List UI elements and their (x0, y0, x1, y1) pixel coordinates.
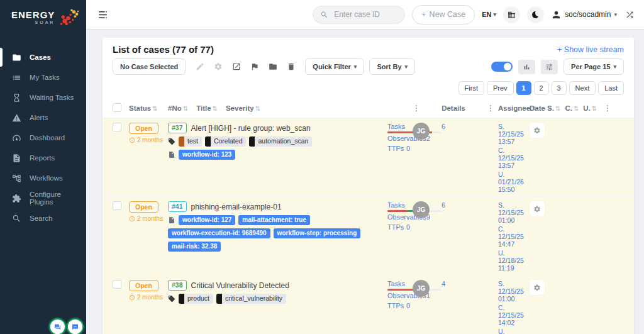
sidebar-item-cases[interactable]: Cases (0, 47, 86, 67)
page-button-first[interactable]: First (458, 81, 484, 95)
theme-toggle-button[interactable] (527, 6, 544, 23)
assignee-avatar[interactable]: JG (413, 201, 430, 218)
row-settings-button[interactable] (530, 123, 545, 138)
ttps-count: 0 (406, 145, 410, 152)
header-title[interactable]: Title⇅ (196, 104, 218, 112)
close-case-button[interactable] (264, 58, 282, 75)
plus-icon: + (421, 10, 426, 19)
row-settings-button[interactable] (530, 280, 545, 295)
ai-assistant-button[interactable] (67, 318, 84, 334)
new-case-button[interactable]: +New Case (412, 5, 475, 25)
show-live-stream-link[interactable]: + Show live stream (557, 45, 624, 54)
filters-button[interactable] (541, 60, 558, 74)
column-menu-icon[interactable]: ⋮ (487, 104, 494, 112)
case-title[interactable]: Alert [HIGH] - rule group: web_scan (191, 124, 311, 133)
custom-fields-line: workflow-id: 123 (168, 150, 387, 160)
case-date: S. 12/15/25 01:00 (498, 280, 530, 303)
page-button-1[interactable]: 1 (516, 81, 531, 95)
clock-icon (129, 294, 135, 301)
sliders-icon (545, 63, 553, 71)
assignee-avatar[interactable]: JG (413, 280, 430, 297)
case-number-badge[interactable]: #41 (168, 201, 187, 212)
ttps-link[interactable]: TTPs (387, 145, 404, 152)
stats-button[interactable] (518, 60, 535, 74)
gauge-icon (12, 133, 21, 143)
case-title[interactable]: Critical Vulnerability Detected (191, 281, 289, 290)
table-body: Open 2 months #37 Alert [HIGH] - rule gr… (113, 118, 624, 334)
delete-case-button[interactable] (282, 58, 300, 75)
quick-filter-button[interactable]: Quick Filter▾ (305, 58, 364, 75)
user-menu[interactable]: soc/socadmin ▾ (551, 9, 617, 20)
chevron-down-icon: ▾ (494, 11, 497, 18)
page-button-last[interactable]: Last (598, 81, 624, 95)
sidebar-item-workflows[interactable]: Workflows (0, 168, 86, 188)
table-row[interactable]: Open 2 months #38 Critical Vulnerability… (103, 276, 634, 334)
table-row[interactable]: Open 2 months #37 Alert [HIGH] - rule gr… (103, 118, 634, 197)
sidebar-item-dashboard[interactable]: Dashboard (0, 128, 86, 148)
chat-button[interactable] (49, 318, 66, 334)
case-date: S. 12/15/25 13:57 (498, 123, 530, 145)
sidebar-item-search[interactable]: Search (0, 208, 86, 228)
flag-case-button[interactable] (245, 58, 264, 75)
sidebar-item-configure-plugins[interactable]: Configure Plugins (0, 188, 86, 208)
sidebar-item-label: Reports (30, 154, 55, 162)
row-checkbox[interactable] (113, 280, 121, 289)
per-page-button[interactable]: Per Page 15▾ (564, 58, 624, 75)
sort-by-button[interactable]: Sort By▾ (369, 58, 415, 75)
column-menu-icon[interactable]: ⋮ (413, 104, 420, 112)
ttps-link[interactable]: TTPs (387, 302, 404, 309)
edit-case-button[interactable] (191, 58, 209, 75)
page-button-2[interactable]: 2 (534, 81, 549, 95)
header-severity[interactable]: Severity⇅ (226, 104, 260, 112)
table-row[interactable]: Open 2 months #41 phishing-email-example… (103, 197, 634, 276)
trash-icon (287, 62, 296, 71)
case-number-badge[interactable]: #38 (168, 280, 187, 291)
case-age: 2 months (129, 215, 163, 222)
page-button-prev[interactable]: Prev (487, 81, 514, 95)
header-number[interactable]: #No⇅ (168, 104, 188, 112)
row-checkbox[interactable] (113, 123, 121, 131)
header-date-created[interactable]: C.⇅ (565, 104, 579, 112)
header-assignee[interactable]: Assignee⇅ (498, 104, 530, 112)
case-number-badge[interactable]: #37 (168, 123, 187, 133)
no-case-selected-button[interactable]: No Case Selected (113, 58, 186, 75)
moon-icon (531, 11, 540, 19)
tag-pill: critical_vulnerability (216, 294, 286, 304)
case-search-input[interactable] (333, 9, 397, 19)
view-toggle[interactable] (491, 62, 513, 72)
pagination: FirstPrev123NextLast (113, 81, 624, 95)
status-badge: Open (129, 123, 158, 134)
row-checkbox[interactable] (113, 201, 121, 210)
folder-icon (12, 53, 21, 62)
custom-fields-line: workflow-id: 127mail-attachment: truewor… (168, 215, 387, 252)
select-all-checkbox[interactable] (113, 103, 121, 112)
column-menu-icon[interactable]: ⋮ (604, 104, 611, 113)
sidebar-item-waiting-tasks[interactable]: Waiting Tasks (0, 87, 86, 108)
case-title[interactable]: phishing-email-example-01 (191, 203, 282, 211)
custom-field-badge: mail-risk: 32.38 (168, 242, 221, 252)
organization-button[interactable] (503, 6, 520, 23)
status-badge: Open (129, 280, 158, 291)
assistant-bubble-icon (72, 323, 79, 331)
language-selector[interactable]: EN▾ (482, 11, 496, 18)
export-case-button[interactable] (227, 58, 245, 75)
case-dates: S. 12/15/25 01:00C. 12/15/25 14:47U. 12/… (498, 201, 530, 272)
ttps-link[interactable]: TTPs (387, 223, 404, 231)
sidebar-item-reports[interactable]: Reports (0, 148, 86, 168)
page-button-3[interactable]: 3 (552, 81, 567, 95)
switch-tenant-button[interactable] (624, 9, 636, 21)
header-date-start[interactable]: Date S.⇅ (530, 104, 560, 112)
sidebar-item-label: My Tasks (30, 74, 60, 81)
page-button-next[interactable]: Next (569, 81, 596, 95)
case-details: Tasks 4 Observables1 TTPs0 (387, 280, 413, 311)
menu-toggle-button[interactable] (94, 6, 111, 23)
row-settings-button[interactable] (530, 201, 545, 216)
chevron-down-icon: ▾ (354, 64, 357, 70)
tag-icon (168, 295, 175, 303)
assignee-avatar[interactable]: JG (413, 123, 430, 140)
header-date-updated[interactable]: U.⇅ (583, 104, 597, 112)
sidebar-item-alerts[interactable]: Alerts (0, 108, 86, 128)
case-settings-button[interactable] (209, 58, 227, 75)
header-status[interactable]: Status⇅ (129, 104, 168, 112)
sidebar-item-my-tasks[interactable]: My Tasks (0, 67, 86, 87)
